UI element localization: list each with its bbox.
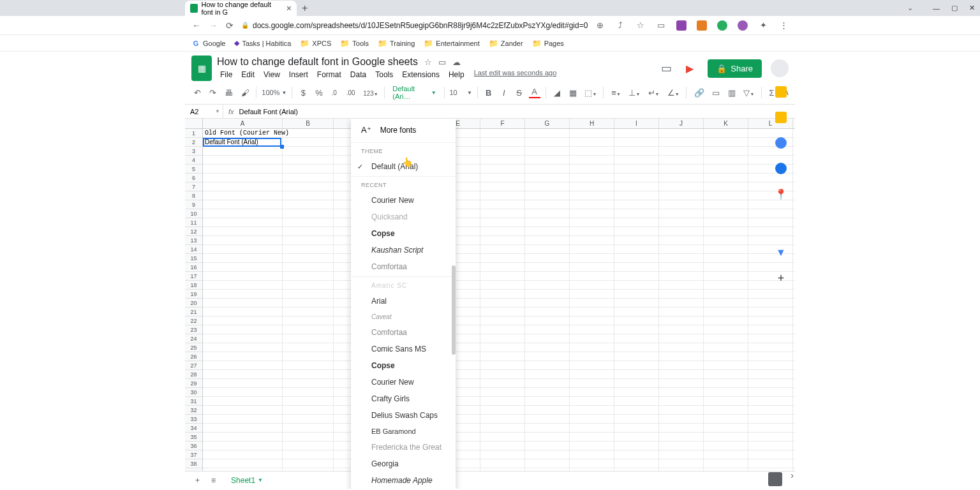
cell[interactable] bbox=[570, 263, 614, 271]
cell[interactable] bbox=[704, 397, 748, 405]
cell[interactable] bbox=[283, 370, 334, 378]
bookmark-tools[interactable]: 📁Tools bbox=[340, 39, 369, 48]
font-recent-kaushan[interactable]: Kaushan Script bbox=[351, 242, 456, 258]
cell[interactable] bbox=[570, 165, 614, 173]
cell[interactable] bbox=[283, 290, 334, 298]
cell[interactable] bbox=[704, 281, 748, 289]
cell[interactable] bbox=[748, 290, 793, 298]
move-icon[interactable]: ▭ bbox=[438, 57, 446, 67]
col-header-B[interactable]: B bbox=[283, 119, 334, 128]
cell[interactable] bbox=[283, 174, 334, 182]
cell[interactable] bbox=[748, 325, 793, 334]
cell[interactable] bbox=[659, 308, 704, 316]
cell[interactable] bbox=[480, 281, 525, 289]
cell[interactable] bbox=[570, 316, 614, 325]
browser-tab[interactable]: How to change default font in G × bbox=[185, 1, 297, 16]
cell[interactable] bbox=[525, 281, 570, 289]
cell[interactable] bbox=[203, 254, 283, 262]
cell[interactable] bbox=[570, 361, 614, 369]
h-align-button[interactable]: ≡▼ bbox=[609, 86, 622, 100]
cell[interactable] bbox=[525, 138, 570, 146]
cell[interactable] bbox=[525, 388, 570, 396]
cell[interactable] bbox=[614, 200, 659, 209]
cell[interactable] bbox=[283, 424, 334, 432]
popup-scrollbar[interactable] bbox=[452, 265, 456, 355]
cell[interactable] bbox=[659, 388, 704, 396]
extension-icon-4[interactable] bbox=[738, 20, 748, 31]
cell[interactable] bbox=[659, 254, 704, 262]
extension-icon-2[interactable] bbox=[697, 20, 707, 31]
cell[interactable] bbox=[570, 459, 614, 468]
cell[interactable] bbox=[283, 415, 334, 423]
cell[interactable] bbox=[283, 236, 334, 244]
all-sheets-button[interactable]: ≡ bbox=[209, 476, 218, 485]
bookmark-star-icon[interactable]: ☆ bbox=[635, 20, 646, 31]
cell[interactable] bbox=[283, 191, 334, 200]
cell[interactable] bbox=[525, 200, 570, 209]
cell[interactable] bbox=[704, 406, 748, 414]
cell[interactable] bbox=[203, 308, 283, 316]
strike-button[interactable]: S bbox=[514, 86, 525, 100]
cell[interactable] bbox=[525, 334, 570, 343]
cell[interactable] bbox=[748, 299, 793, 307]
cell[interactable] bbox=[480, 147, 525, 155]
cell[interactable] bbox=[480, 165, 525, 173]
cell[interactable] bbox=[659, 272, 704, 280]
font-recent-courier[interactable]: Courier New bbox=[351, 192, 456, 209]
cell[interactable] bbox=[614, 361, 659, 369]
cell[interactable] bbox=[570, 450, 614, 459]
row-header[interactable]: 16 bbox=[185, 263, 202, 272]
cell[interactable] bbox=[203, 245, 283, 253]
cell[interactable] bbox=[748, 397, 793, 405]
cell[interactable] bbox=[704, 370, 748, 378]
cell[interactable] bbox=[480, 415, 525, 423]
cell[interactable] bbox=[525, 325, 570, 334]
cell[interactable] bbox=[704, 218, 748, 226]
zoom-icon[interactable]: ⊕ bbox=[595, 20, 605, 31]
spreadsheet-grid[interactable]: ABCDEFGHIJKL 123456789101112131415161718… bbox=[185, 119, 795, 489]
cell[interactable] bbox=[283, 200, 334, 209]
rotate-button[interactable]: ∠▼ bbox=[665, 86, 681, 100]
menu-extensions[interactable]: Extensions bbox=[399, 69, 443, 80]
cell[interactable] bbox=[203, 459, 283, 468]
cell[interactable] bbox=[525, 165, 570, 173]
cell[interactable] bbox=[203, 156, 283, 164]
cell[interactable] bbox=[614, 316, 659, 325]
bookmark-pages[interactable]: 📁Pages bbox=[532, 39, 564, 48]
cell[interactable] bbox=[659, 156, 704, 164]
row-header[interactable]: 20 bbox=[185, 299, 202, 308]
cell[interactable] bbox=[525, 129, 570, 137]
cell[interactable] bbox=[704, 290, 748, 298]
cell[interactable] bbox=[525, 459, 570, 468]
cell[interactable] bbox=[203, 290, 283, 298]
chrome-menu-icon[interactable]: ⋮ bbox=[778, 20, 789, 31]
cell[interactable] bbox=[570, 147, 614, 155]
cell[interactable] bbox=[748, 316, 793, 325]
cell[interactable] bbox=[480, 156, 525, 164]
cell[interactable] bbox=[480, 343, 525, 352]
cell[interactable] bbox=[614, 245, 659, 253]
cell[interactable] bbox=[203, 227, 283, 235]
cell[interactable] bbox=[480, 424, 525, 432]
cell[interactable] bbox=[480, 450, 525, 459]
cell[interactable] bbox=[525, 415, 570, 423]
cell[interactable] bbox=[704, 227, 748, 235]
keep-icon[interactable] bbox=[775, 112, 787, 123]
back-button[interactable]: ← bbox=[191, 20, 202, 31]
bookmark-habitica[interactable]: ◆Tasks | Habitica bbox=[234, 39, 291, 47]
select-all-corner[interactable] bbox=[185, 119, 203, 128]
cell[interactable] bbox=[748, 459, 793, 468]
cell[interactable] bbox=[704, 334, 748, 343]
cell[interactable] bbox=[570, 129, 614, 137]
borders-button[interactable]: ▦ bbox=[567, 86, 579, 100]
cell[interactable] bbox=[704, 415, 748, 423]
cell[interactable] bbox=[525, 379, 570, 387]
cell[interactable] bbox=[704, 352, 748, 360]
cell[interactable] bbox=[704, 263, 748, 271]
cell[interactable] bbox=[283, 325, 334, 334]
cell[interactable] bbox=[659, 325, 704, 334]
col-header-K[interactable]: K bbox=[704, 119, 748, 128]
cell[interactable] bbox=[704, 388, 748, 396]
row-header[interactable]: 30 bbox=[185, 388, 202, 397]
cell[interactable] bbox=[480, 218, 525, 226]
